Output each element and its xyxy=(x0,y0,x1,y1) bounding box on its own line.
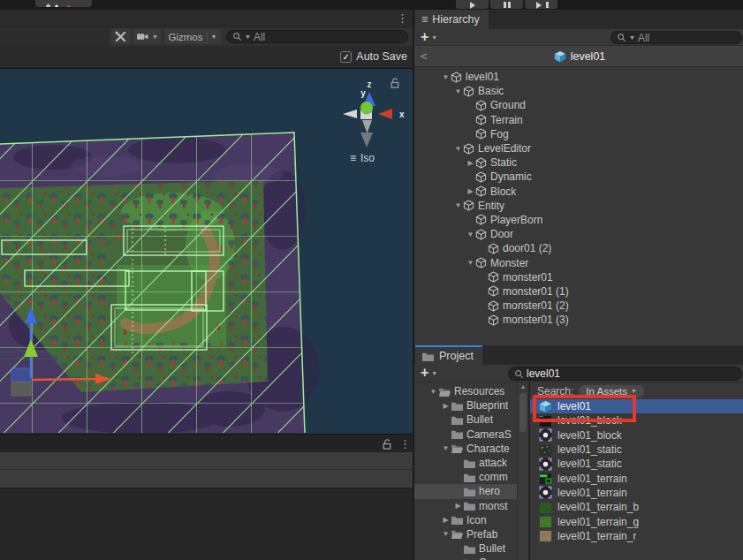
scene-search-input[interactable]: ▼ All xyxy=(226,30,408,43)
hierarchy-item[interactable]: ▼ LevelEditor xyxy=(414,141,743,155)
project-asset-item[interactable]: level01_static xyxy=(530,457,743,471)
folder-label: CameraS xyxy=(466,428,512,441)
camera-settings-button[interactable]: ▼ xyxy=(133,29,161,44)
hierarchy-search-input[interactable]: ▼ All xyxy=(610,31,742,44)
hierarchy-item[interactable]: Terrain xyxy=(414,113,743,127)
project-folder-item[interactable]: ▼ Characte xyxy=(414,442,517,456)
hierarchy-item[interactable]: monster01 (1) xyxy=(414,284,743,299)
project-folder-item[interactable]: ▶ Blueprint xyxy=(414,398,517,412)
scrollbar-thumb[interactable] xyxy=(519,393,527,432)
hierarchy-item[interactable]: ▼ Monster xyxy=(414,255,743,269)
hierarchy-item[interactable]: ▶ Static xyxy=(414,155,743,170)
hierarchy-item[interactable]: Ground xyxy=(414,98,743,112)
expand-arrow-icon[interactable]: ▶ xyxy=(441,516,451,524)
hierarchy-item[interactable]: monster01 (3) xyxy=(414,313,743,327)
auto-save-checkbox[interactable]: ✓ xyxy=(340,51,352,63)
project-asset-item[interactable]: level01_terrain_b xyxy=(530,500,743,514)
expand-arrow-icon[interactable]: ▼ xyxy=(441,530,451,538)
project-folder-item[interactable]: ▶ Icon xyxy=(414,513,517,527)
project-asset-item[interactable]: level01_terrain xyxy=(530,486,743,500)
hierarchy-item[interactable]: monster01 xyxy=(414,270,743,284)
project-folder-item[interactable]: ▼ Resources xyxy=(414,384,517,398)
expand-arrow-icon[interactable]: ▼ xyxy=(428,388,438,396)
hierarchy-item[interactable]: Dynamic xyxy=(414,170,743,184)
hierarchy-item[interactable]: ▼ Basic xyxy=(414,84,743,98)
project-search-input[interactable]: level01 xyxy=(508,367,742,381)
expand-arrow-icon[interactable]: ▼ xyxy=(466,259,475,267)
hierarchy-item[interactable]: door01 (2) xyxy=(414,241,743,255)
hierarchy-item[interactable]: ▶ Block xyxy=(414,185,743,199)
project-folder-item[interactable]: Bullet xyxy=(414,541,517,556)
expand-arrow-icon[interactable]: ▼ xyxy=(453,201,463,209)
iso-menu-icon[interactable]: ≡ xyxy=(350,152,356,164)
bottom-panel-row[interactable] xyxy=(0,470,413,488)
project-asset-item[interactable]: level01_static xyxy=(530,443,743,457)
bottom-panel-row[interactable] xyxy=(0,452,413,470)
folder-label: Blueprint xyxy=(466,399,508,412)
folder-scrollbar[interactable]: ▲ xyxy=(517,382,527,560)
expand-arrow-icon[interactable]: ▶ xyxy=(453,502,463,510)
pause-button[interactable] xyxy=(490,0,523,9)
project-asset-item[interactable]: level01_terrain xyxy=(530,471,743,485)
hierarchy-item-label: PlayerBorn xyxy=(490,214,542,226)
step-button[interactable] xyxy=(525,0,557,9)
project-folder-item[interactable]: ▼ Prefab xyxy=(414,527,517,541)
project-asset-item[interactable]: level01 xyxy=(530,399,743,413)
expand-arrow-icon[interactable]: ▶ xyxy=(466,187,475,195)
unity-notification-button[interactable] xyxy=(35,0,92,7)
pause-icon xyxy=(504,2,511,8)
project-asset-item[interactable]: level01_block xyxy=(530,428,743,443)
expand-arrow-icon[interactable]: ▼ xyxy=(441,73,451,81)
tools-button[interactable] xyxy=(111,29,131,44)
hierarchy-tree: ▼ level01 ▼ Basic Ground Terrain Fog ▼ L… xyxy=(414,67,743,345)
tab-project[interactable]: Project xyxy=(415,345,482,365)
play-button[interactable] xyxy=(456,0,489,9)
project-asset-item[interactable]: level01_terrain_g xyxy=(530,514,743,528)
project-folder-item[interactable]: attack xyxy=(414,456,517,470)
expand-arrow-icon[interactable]: ▼ xyxy=(441,444,451,452)
hierarchy-item-label: Block xyxy=(490,185,516,198)
expand-arrow-icon[interactable]: ▼ xyxy=(453,145,463,153)
tab-hierarchy[interactable]: ≡ Hierarchy xyxy=(415,10,489,29)
hierarchy-item[interactable]: Fog xyxy=(414,127,743,141)
hierarchy-item[interactable]: ▼ level01 xyxy=(414,70,743,84)
bottom-panel-kebab-icon[interactable]: ⋮ xyxy=(399,438,411,450)
scene-menu-kebab-icon[interactable]: ⋮ xyxy=(397,12,408,24)
expand-arrow-icon[interactable]: ▼ xyxy=(466,231,475,238)
hierarchy-item[interactable]: PlayerBorn xyxy=(414,213,743,227)
hierarchy-item[interactable]: monster01 (2) xyxy=(414,299,743,313)
expand-arrow-icon[interactable]: ▼ xyxy=(453,87,463,95)
lock-icon[interactable] xyxy=(381,438,392,450)
breadcrumb[interactable]: level01 xyxy=(414,46,743,67)
project-asset-item[interactable]: level01_terrain_r xyxy=(530,529,743,543)
unity-editor-window: ⋮ ▼ Gizmos ▼ ▼ All xyxy=(0,0,743,560)
project-tabstrip: Project xyxy=(414,345,743,365)
cube-outline-icon xyxy=(488,243,499,254)
project-asset-item[interactable]: level01_block xyxy=(530,413,743,428)
project-folder-item[interactable]: comm xyxy=(414,470,517,484)
project-folder-item[interactable]: hero xyxy=(414,484,517,498)
scene-viewport[interactable]: z y x ≡ Iso xyxy=(0,69,413,434)
folder-icon xyxy=(451,528,464,540)
project-add-button[interactable]: + ▼ xyxy=(421,366,437,380)
auto-save-toggle[interactable]: ✓ Auto Save xyxy=(340,50,407,63)
hierarchy-add-button[interactable]: + ▼ xyxy=(421,30,437,44)
scroll-up-icon[interactable]: ▲ xyxy=(518,383,528,390)
unity-notification-icon xyxy=(35,3,92,7)
asset-icon xyxy=(539,400,552,413)
expand-arrow-icon[interactable]: ▶ xyxy=(441,402,451,410)
project-folder-item[interactable]: Comm xyxy=(414,556,517,560)
project-folder-item[interactable]: Bullet xyxy=(414,412,517,427)
expand-arrow-icon[interactable]: ▶ xyxy=(466,159,475,167)
axis-label-z: z xyxy=(368,79,372,89)
folder-icon xyxy=(451,514,464,526)
hierarchy-item[interactable]: ▼ Entity xyxy=(414,199,743,213)
project-folder-item[interactable]: ▶ monst xyxy=(414,499,517,513)
search-scope-dropdown[interactable]: In Assets ▼ xyxy=(579,385,644,397)
cube-outline-icon xyxy=(488,300,499,312)
cube-outline-icon xyxy=(475,157,487,169)
projection-mode-label[interactable]: Iso xyxy=(360,152,375,164)
hierarchy-item[interactable]: ▼ Door xyxy=(414,227,743,241)
project-folder-item[interactable]: CameraS xyxy=(414,428,517,442)
gizmos-dropdown[interactable]: Gizmos ▼ xyxy=(164,29,221,44)
